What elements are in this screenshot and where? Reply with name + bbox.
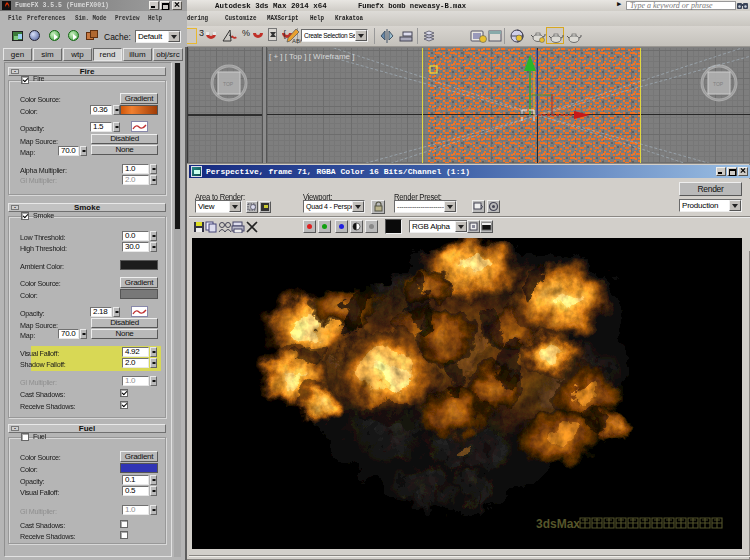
svg-text:{: { — [283, 29, 286, 39]
svg-text:3dsMax: 3dsMax — [536, 517, 580, 531]
svg-text:TOP: TOP — [223, 81, 234, 87]
svg-text:ABC: ABC — [292, 38, 301, 44]
